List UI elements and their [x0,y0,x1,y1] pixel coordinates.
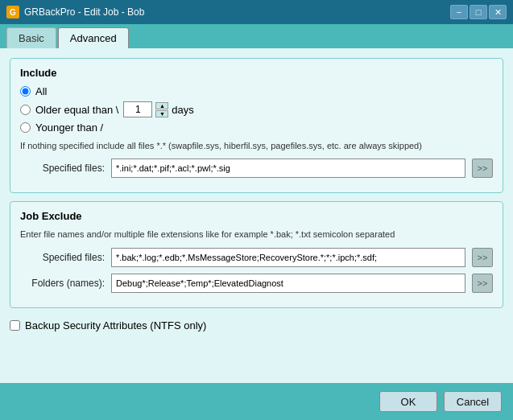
include-files-label: Specified files: [20,163,105,174]
ok-button[interactable]: OK [379,391,437,412]
radio-all-row: All [20,85,493,97]
spinner-down[interactable]: ▼ [155,110,168,117]
include-hint: If nothing specified include all files *… [20,140,493,152]
tab-advanced[interactable]: Advanced [58,27,129,48]
radio-younger-row: Younger than / [20,121,493,134]
app-icon: G [6,6,19,19]
title-bar-left: G GRBackPro - Edit Job - Bob [6,6,144,19]
backup-security-row: Backup Security Attributes (NTFS only) [10,319,503,331]
include-files-input[interactable] [111,159,465,178]
maximize-button[interactable]: □ [470,5,487,19]
days-spinner: ▲ ▼ days [123,101,193,117]
radio-younger-label: Younger than / [35,121,103,134]
exclude-files-row: Specified files: >> [20,248,493,267]
cancel-button[interactable]: Cancel [444,391,502,412]
exclude-files-input[interactable] [111,248,465,267]
include-files-row: Specified files: >> [20,159,493,178]
include-section: Include All Older equal than \ ▲ ▼ [10,58,503,193]
exclude-files-expand-button[interactable]: >> [472,248,493,267]
radio-younger[interactable] [20,122,31,133]
title-bar: G GRBackPro - Edit Job - Bob − □ ✕ [0,0,513,24]
radio-group: All Older equal than \ ▲ ▼ days [20,85,493,134]
backup-security-checkbox[interactable] [10,320,20,331]
radio-all[interactable] [20,86,31,97]
radio-older-label: Older equal than \ [35,104,118,116]
title-bar-buttons: − □ ✕ [450,5,507,19]
spinner-buttons: ▲ ▼ [155,102,168,117]
include-expand-button[interactable]: >> [472,159,493,178]
window: G GRBackPro - Edit Job - Bob − □ ✕ Basic… [0,0,513,420]
exclude-files-label: Specified files: [20,252,105,263]
exclude-folders-expand-button[interactable]: >> [472,274,493,293]
close-button[interactable]: ✕ [489,5,507,19]
exclude-folders-label: Folders (names): [20,278,105,289]
exclude-folders-row: Folders (names): >> [20,274,493,293]
exclude-section: Job Exclude Enter file names and/or mult… [10,201,503,307]
window-title: GRBackPro - Edit Job - Bob [24,6,144,18]
radio-older-row: Older equal than \ ▲ ▼ days [20,101,493,117]
tab-basic[interactable]: Basic [6,27,56,48]
content-area: Include All Older equal than \ ▲ ▼ [0,48,513,383]
include-title: Include [20,67,493,79]
exclude-title: Job Exclude [20,210,493,222]
radio-older[interactable] [20,105,31,115]
backup-security-label: Backup Security Attributes (NTFS only) [25,319,206,331]
exclude-folders-input[interactable] [111,274,465,293]
bottom-bar: OK Cancel [0,383,513,420]
days-input[interactable] [123,101,152,117]
exclude-hint: Enter file names and/or multiple file ex… [20,229,493,241]
days-label: days [172,104,193,116]
radio-all-label: All [35,85,47,97]
minimize-button[interactable]: − [450,5,468,19]
spinner-up[interactable]: ▲ [155,102,168,109]
tabs-row: Basic Advanced [0,24,513,48]
